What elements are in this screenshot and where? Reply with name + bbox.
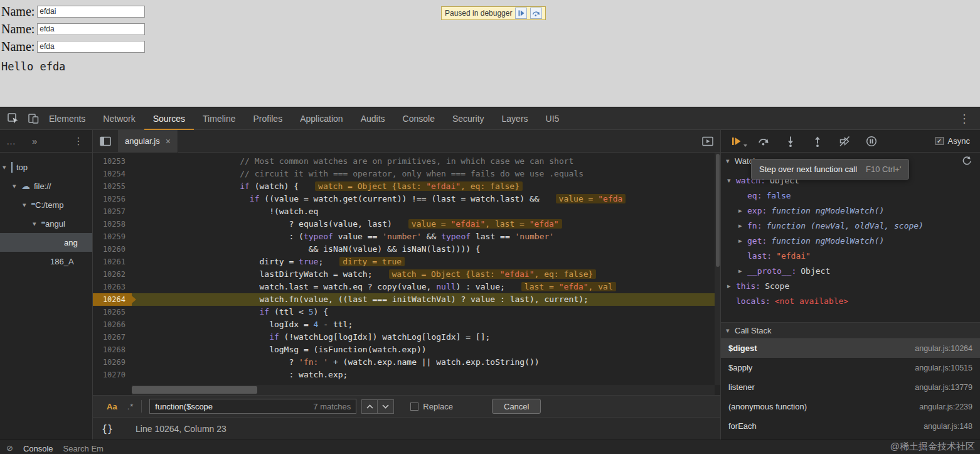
search-next-button[interactable]: [378, 399, 394, 414]
name-input-2[interactable]: [37, 23, 145, 35]
tab-audits[interactable]: Audits: [352, 107, 394, 130]
line-number[interactable]: 10269: [93, 356, 132, 369]
close-tab-icon[interactable]: ×: [166, 136, 171, 146]
refresh-watch-icon[interactable]: [961, 155, 972, 166]
chevron-down-icon[interactable]: ▾: [13, 182, 21, 190]
step-into-button[interactable]: [784, 134, 797, 148]
line-number[interactable]: 10268: [93, 343, 132, 356]
line-number[interactable]: 10265: [93, 306, 132, 318]
navigator-menu-icon[interactable]: ⋮: [73, 135, 83, 147]
navigator-toggle-icon[interactable]: [99, 135, 112, 148]
chevron-down-icon[interactable]: ▾: [33, 220, 41, 228]
callstack-frame[interactable]: forEachangular.js:148: [721, 416, 980, 436]
devtools-menu-icon[interactable]: ⋮: [959, 112, 970, 125]
chevron-right-icon[interactable]: ▸: [738, 267, 747, 275]
deactivate-breakpoints-button[interactable]: [838, 134, 851, 148]
line-number[interactable]: 10257: [93, 205, 132, 218]
chevron-down-icon[interactable]: ▾: [23, 201, 31, 209]
match-case-toggle[interactable]: Aa: [107, 402, 117, 411]
navigator-tabs-overflow-icon[interactable]: »: [32, 136, 37, 146]
tree-item-file[interactable]: ▾☁file://: [0, 176, 92, 195]
clear-console-icon[interactable]: ⊘: [6, 444, 13, 454]
drawer-tab-console[interactable]: Console: [23, 444, 53, 454]
horizontal-scrollbar[interactable]: [132, 385, 715, 395]
tab-sources[interactable]: Sources: [144, 107, 194, 130]
watch-item[interactable]: locals:<not available>: [721, 293, 980, 308]
drawer-tab-search[interactable]: Search Em: [63, 444, 104, 454]
pause-on-exceptions-button[interactable]: [865, 134, 878, 148]
navigator-overflow-icon[interactable]: …: [6, 136, 16, 146]
tree-item-top[interactable]: ▾top: [0, 158, 92, 176]
vertical-scrollbar-thumb[interactable]: [716, 154, 720, 267]
search-input[interactable]: function($scope 7 matches: [149, 399, 356, 414]
regex-toggle[interactable]: .*: [127, 402, 134, 411]
watch-item[interactable]: ▸this:Scope: [721, 278, 980, 293]
line-number[interactable]: 10254: [93, 168, 132, 180]
watch-item[interactable]: ▸get:function ngModelWatch(): [721, 233, 980, 248]
tab-application[interactable]: Application: [291, 107, 352, 130]
tree-item-186A[interactable]: 186_A: [0, 252, 92, 271]
line-number[interactable]: 10259: [93, 230, 132, 243]
async-checkbox[interactable]: [935, 137, 944, 145]
tab-timeline[interactable]: Timeline: [194, 107, 244, 130]
cancel-button[interactable]: Cancel: [492, 399, 541, 414]
tab-ui5[interactable]: UI5: [537, 107, 568, 130]
banner-step-over-button[interactable]: [530, 8, 542, 19]
vertical-scrollbar[interactable]: [715, 153, 720, 385]
tab-elements[interactable]: Elements: [40, 107, 94, 130]
file-tab-angular-js[interactable]: angular.js ×: [118, 130, 178, 153]
pretty-print-icon[interactable]: {}: [102, 423, 113, 435]
toggle-drawer-icon[interactable]: [701, 135, 714, 148]
chevron-right-icon[interactable]: ▸: [738, 237, 747, 245]
search-prev-button[interactable]: [361, 399, 378, 414]
watch-item-value: <not available>: [775, 296, 848, 306]
line-number[interactable]: 10267: [93, 331, 132, 343]
callstack-section-header[interactable]: ▾ Call Stack: [721, 322, 980, 338]
callstack-frame[interactable]: $digestangular.js:10264: [721, 338, 980, 358]
chevron-down-icon[interactable]: ▾: [727, 176, 736, 185]
file-tree[interactable]: ▾top▾☁file://▾C:/temp▾angulang186_A: [0, 153, 92, 440]
code-editor[interactable]: 10253// Most common watches are on primi…: [93, 153, 720, 395]
watch-item[interactable]: ▸exp:function ngModelWatch(): [721, 203, 980, 218]
replace-checkbox[interactable]: [410, 403, 418, 411]
horizontal-scrollbar-thumb[interactable]: [132, 386, 257, 394]
callstack-frame[interactable]: listenerangular.js:13779: [721, 377, 980, 397]
step-over-button[interactable]: [757, 134, 770, 148]
line-number[interactable]: 10258: [93, 218, 132, 230]
tree-item-angul[interactable]: ▾angul: [0, 214, 92, 233]
tree-item-ang[interactable]: ang: [0, 233, 92, 252]
device-toolbar-icon[interactable]: [26, 112, 40, 126]
watch-item[interactable]: ▸fn:function (newVal, oldVal, scope): [721, 218, 980, 233]
tab-network[interactable]: Network: [94, 107, 144, 130]
tab-layers[interactable]: Layers: [493, 107, 537, 130]
watch-item[interactable]: last:"efdai": [721, 248, 980, 263]
banner-resume-button[interactable]: [515, 8, 527, 19]
tab-security[interactable]: Security: [444, 107, 493, 130]
line-number[interactable]: 10255: [93, 180, 132, 193]
tree-item-Ctemp[interactable]: ▾C:/temp: [0, 195, 92, 214]
line-number[interactable]: 10270: [93, 369, 132, 381]
line-number[interactable]: 10262: [93, 268, 132, 281]
watch-item[interactable]: eq:false: [721, 188, 980, 203]
inspect-element-icon[interactable]: [6, 112, 20, 126]
chevron-right-icon[interactable]: ▸: [727, 282, 736, 290]
line-number[interactable]: 10266: [93, 318, 132, 331]
line-number[interactable]: 10264: [93, 293, 132, 306]
callstack-frame[interactable]: $applyangular.js:10515: [721, 358, 980, 377]
line-number[interactable]: 10260: [93, 243, 132, 256]
chevron-right-icon[interactable]: ▸: [738, 222, 747, 230]
chevron-down-icon[interactable]: ▾: [3, 163, 11, 171]
chevron-right-icon[interactable]: ▸: [738, 207, 747, 215]
line-number[interactable]: 10256: [93, 193, 132, 205]
line-number[interactable]: 10261: [93, 256, 132, 268]
tab-profiles[interactable]: Profiles: [244, 107, 291, 130]
tab-console[interactable]: Console: [394, 107, 444, 130]
watch-item[interactable]: ▸__proto__:Object: [721, 263, 980, 278]
line-number[interactable]: 10263: [93, 281, 132, 293]
name-input-1[interactable]: [37, 6, 145, 18]
resume-script-button[interactable]: [730, 134, 743, 148]
name-input-3[interactable]: [37, 41, 145, 53]
line-number[interactable]: 10253: [93, 155, 132, 168]
step-out-button[interactable]: [811, 134, 824, 148]
callstack-frame[interactable]: (anonymous function)angular.js:2239: [721, 397, 980, 416]
